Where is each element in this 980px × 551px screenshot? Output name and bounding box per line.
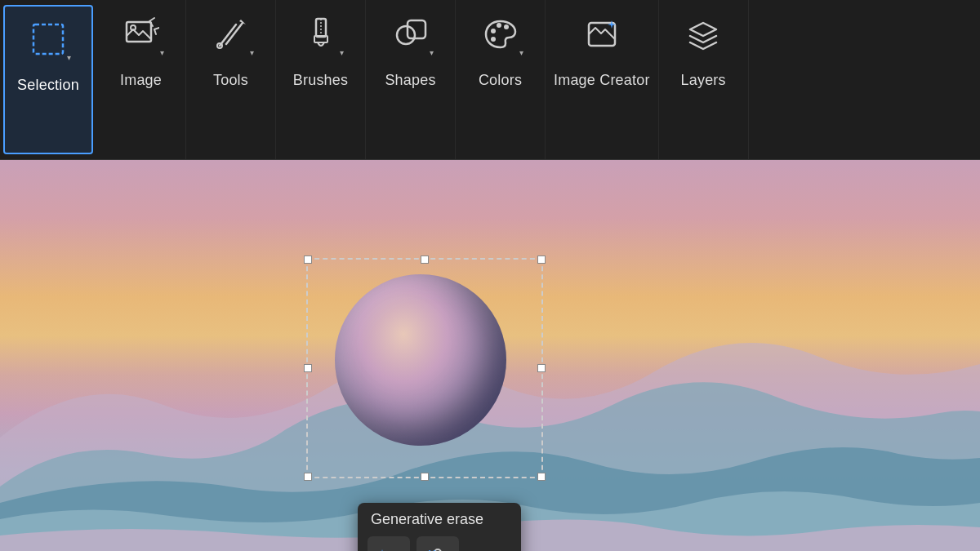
sidebar-item-tools[interactable]: ▾ Tools — [186, 0, 276, 159]
brushes-icon: ▾ — [296, 10, 345, 59]
colors-icon: ▾ — [476, 10, 525, 59]
tools-icon: ▾ — [207, 10, 256, 59]
shapes-chevron: ▾ — [430, 48, 434, 57]
shapes-icon: ▾ — [386, 10, 435, 59]
image-icon: ▾ — [117, 10, 166, 59]
svg-point-2 — [131, 25, 136, 30]
context-menu-buttons — [368, 536, 511, 551]
generative-erase-button[interactable] — [368, 536, 410, 551]
shapes-label: Shapes — [385, 72, 435, 89]
image-chevron: ▾ — [160, 48, 164, 57]
sidebar-item-layers[interactable]: Layers — [659, 0, 749, 159]
context-menu-label: Generative erase — [368, 511, 511, 528]
sidebar-item-selection[interactable]: ▾ Selection — [3, 5, 93, 154]
image-label: Image — [120, 72, 162, 89]
canvas-area[interactable]: Generative erase — [0, 160, 980, 551]
layers-icon — [679, 10, 728, 59]
brushes-label: Brushes — [293, 72, 348, 89]
background-remove-icon — [426, 546, 449, 551]
svg-rect-7 — [316, 19, 326, 37]
svg-rect-11 — [408, 20, 425, 38]
svg-rect-10 — [397, 26, 415, 44]
sphere-object — [335, 274, 506, 446]
image-creator-label: Image Creator — [554, 72, 650, 89]
colors-label: Colors — [479, 72, 522, 89]
generative-erase-icon — [377, 546, 400, 551]
toolbar: ▾ Selection ▾ Image ▾ — [0, 0, 980, 160]
selection-label: Selection — [17, 77, 79, 94]
tools-label: Tools — [213, 72, 248, 89]
selection-icon: ▾ — [24, 15, 73, 64]
sidebar-item-shapes[interactable]: ▾ Shapes — [366, 0, 456, 159]
layers-label: Layers — [681, 72, 726, 89]
svg-point-15 — [491, 37, 496, 42]
svg-point-13 — [497, 23, 501, 28]
image-creator-icon — [577, 10, 626, 59]
svg-point-14 — [504, 24, 509, 29]
sidebar-item-image[interactable]: ▾ Image — [96, 0, 186, 159]
background-remove-button[interactable] — [416, 536, 459, 551]
svg-rect-0 — [33, 24, 63, 54]
svg-point-12 — [491, 29, 496, 33]
context-menu: Generative erase — [358, 503, 521, 551]
sidebar-item-image-creator[interactable]: Image Creator — [546, 0, 659, 159]
sidebar-item-colors[interactable]: ▾ Colors — [456, 0, 546, 159]
sidebar-item-brushes[interactable]: ▾ Brushes — [276, 0, 366, 159]
brushes-chevron: ▾ — [340, 48, 344, 57]
tools-chevron: ▾ — [250, 48, 254, 57]
colors-chevron: ▾ — [519, 48, 523, 57]
selection-chevron: ▾ — [67, 53, 71, 62]
